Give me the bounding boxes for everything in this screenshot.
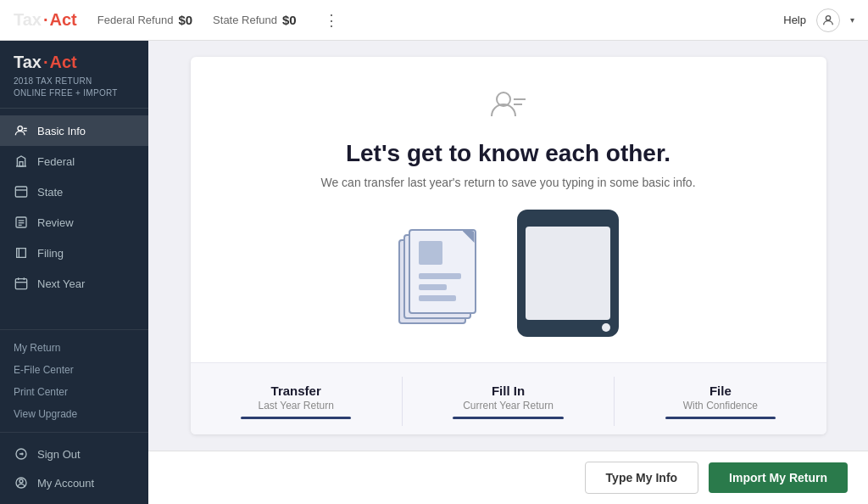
page-footer: Type My Info Import My Return (148, 451, 868, 504)
sidebar-item-state[interactable]: State (0, 176, 148, 207)
state-icon (14, 184, 29, 199)
sidebar-state-label: State (37, 186, 63, 199)
tablet-icon (517, 210, 619, 337)
type-info-button[interactable]: Type My Info (585, 462, 699, 494)
sidebar-sign-out[interactable]: Sign Out (0, 440, 148, 468)
help-link[interactable]: Help (783, 14, 806, 26)
document-stack-icon (398, 222, 483, 324)
sidebar: Tax·Act 2018 TAX RETURN ONLINE FREE + IM… (0, 41, 148, 504)
person-icon (14, 123, 29, 138)
card-subtitle: We can transfer last year's return to sa… (320, 176, 695, 189)
federal-refund-label: Federal Refund (97, 14, 174, 26)
bottom-nav: Sign Out My Account (0, 432, 148, 504)
federal-icon (14, 154, 29, 169)
step-fill-desc: Current Year Return (463, 400, 554, 412)
step-file: File With Confidence (615, 377, 826, 426)
sidebar-efile-center[interactable]: E-File Center (0, 359, 148, 381)
profile-icon (488, 82, 529, 126)
sidebar-filing-label: Filing (37, 247, 64, 260)
sidebar-item-next-year[interactable]: Next Year (0, 268, 148, 299)
step-transfer-title: Transfer (271, 384, 321, 398)
step-fill-in: Fill In Current Year Return (403, 377, 615, 426)
app-header: Tax·Act Federal Refund $0 State Refund $… (0, 0, 868, 41)
tablet-home-button (602, 323, 610, 332)
sidebar-next-year-label: Next Year (37, 277, 85, 290)
sidebar-my-return[interactable]: My Return (0, 337, 148, 359)
card-title: Let's get to know each other. (346, 140, 670, 167)
next-year-icon (14, 276, 29, 291)
review-icon (14, 215, 29, 230)
my-account-icon (14, 475, 29, 490)
refund-display: Federal Refund $0 State Refund $0 ⋮ (97, 11, 339, 30)
logo: Tax·Act (14, 10, 77, 30)
sidebar-logo-area: Tax·Act 2018 TAX RETURN ONLINE FREE + IM… (0, 41, 148, 109)
sidebar-print-center[interactable]: Print Center (0, 381, 148, 403)
sidebar-basic-info-label: Basic Info (37, 125, 86, 137)
logo-tax: Tax (14, 10, 42, 30)
card-steps: Transfer Last Year Return Fill In Curren… (191, 362, 826, 434)
user-menu-chevron-icon[interactable]: ▾ (850, 15, 854, 25)
svg-rect-11 (15, 279, 26, 289)
main-layout: Tax·Act 2018 TAX RETURN ONLINE FREE + IM… (0, 41, 868, 504)
sidebar-item-basic-info[interactable]: Basic Info (0, 115, 148, 146)
sidebar-review-label: Review (37, 216, 74, 229)
sidebar-logo: Tax·Act (14, 53, 135, 72)
step-file-desc: With Confidence (683, 400, 758, 412)
sidebar-subtitle: 2018 TAX RETURN ONLINE FREE + IMPORT (14, 76, 135, 99)
svg-rect-4 (19, 162, 23, 166)
sidebar-item-review[interactable]: Review (0, 207, 148, 238)
secondary-nav: My Return E-File Center Print Center Vie… (0, 329, 148, 432)
sign-out-label: Sign Out (37, 448, 81, 461)
import-return-button[interactable]: Import My Return (709, 462, 848, 493)
card-top: Let's get to know each other. We can tra… (191, 57, 826, 362)
state-refund-label: State Refund (213, 14, 277, 26)
sidebar-item-filing[interactable]: Filing (0, 238, 148, 268)
step-file-title: File (709, 384, 732, 398)
step-fill-title: Fill In (492, 384, 525, 398)
step-transfer-desc: Last Year Return (258, 400, 333, 412)
sidebar-item-federal[interactable]: Federal (0, 146, 148, 176)
sign-out-icon (14, 446, 29, 462)
sidebar-federal-label: Federal (37, 155, 75, 168)
sidebar-logo-tax: Tax (14, 53, 42, 72)
federal-refund: Federal Refund $0 (97, 13, 192, 27)
svg-rect-5 (15, 187, 26, 197)
main-content: Let's get to know each other. We can tra… (148, 41, 868, 504)
state-refund-value: $0 (282, 13, 297, 27)
tablet-screen (526, 227, 610, 321)
logo-dot: · (43, 10, 48, 30)
welcome-card: Let's get to know each other. We can tra… (191, 57, 826, 434)
illustration (398, 210, 619, 337)
main-nav: Basic Info Federal State Review (0, 109, 148, 329)
filing-icon (14, 245, 29, 260)
user-avatar[interactable] (816, 8, 840, 32)
content-area: Let's get to know each other. We can tra… (148, 41, 868, 451)
step-transfer-bar (241, 417, 351, 419)
sidebar-my-account[interactable]: My Account (0, 468, 148, 497)
logo-act: Act (50, 10, 77, 30)
more-options-icon[interactable]: ⋮ (324, 11, 339, 30)
my-account-label: My Account (37, 477, 94, 490)
svg-point-1 (18, 126, 22, 131)
federal-refund-value: $0 (178, 13, 192, 27)
sidebar-view-upgrade[interactable]: View Upgrade (0, 403, 148, 425)
svg-point-0 (826, 15, 830, 20)
sidebar-logo-dot: · (43, 53, 48, 72)
sidebar-logo-act: Act (50, 53, 77, 72)
state-refund: State Refund $0 (213, 13, 297, 27)
header-right: Help ▾ (783, 8, 854, 32)
step-fill-bar (453, 417, 563, 419)
step-transfer: Transfer Last Year Return (191, 377, 403, 426)
svg-point-17 (19, 479, 23, 483)
step-file-bar (665, 417, 776, 419)
